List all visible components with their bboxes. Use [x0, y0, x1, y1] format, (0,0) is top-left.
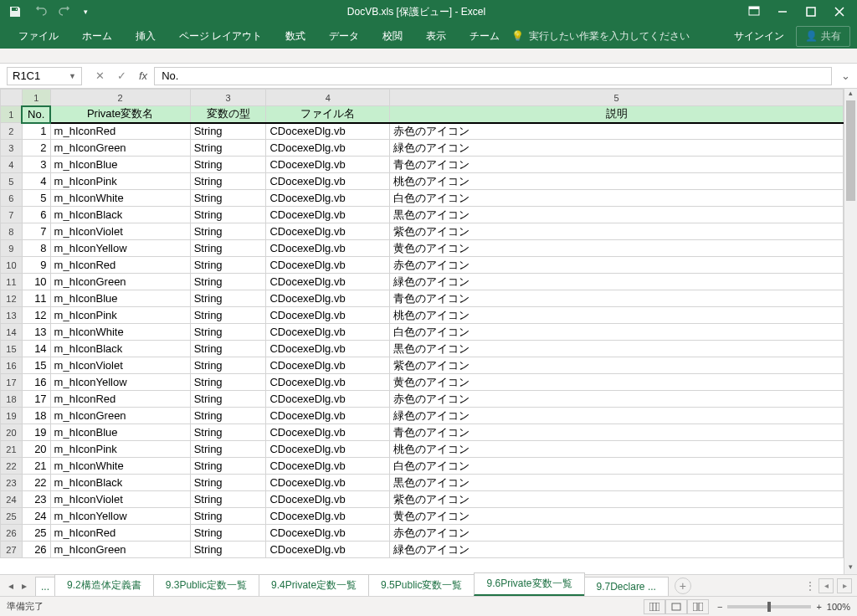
cell[interactable]: 16: [22, 374, 50, 391]
col-header[interactable]: 5: [390, 90, 844, 106]
cell[interactable]: 赤色のアイコン: [390, 257, 844, 274]
column-title-cell[interactable]: 説明: [390, 106, 844, 123]
tab-nav-prev-icon[interactable]: ◂: [5, 580, 17, 592]
cell[interactable]: 紫色のアイコン: [390, 223, 844, 240]
sheet-tab[interactable]: 9.3Public定数一覧: [153, 574, 259, 596]
cell[interactable]: 12: [22, 307, 50, 324]
row-header[interactable]: 17: [1, 374, 23, 391]
cell[interactable]: 3: [22, 157, 50, 173]
row-header[interactable]: 24: [1, 491, 23, 508]
cell[interactable]: m_hIconYellow: [50, 374, 190, 391]
hscroll-right-icon[interactable]: ▸: [837, 578, 852, 593]
cell[interactable]: String: [190, 475, 266, 491]
row-header[interactable]: 20: [1, 424, 23, 441]
formula-input[interactable]: No.: [154, 67, 832, 85]
cell[interactable]: 11: [22, 290, 50, 307]
cell[interactable]: 黄色のアイコン: [390, 240, 844, 257]
cell[interactable]: 13: [22, 324, 50, 341]
ribbon-tab-1[interactable]: ホーム: [70, 23, 124, 49]
cell[interactable]: 9: [22, 257, 50, 274]
cell[interactable]: m_hIconGreen: [50, 140, 190, 157]
cell[interactable]: m_hIconWhite: [50, 190, 190, 207]
cell[interactable]: 2: [22, 140, 50, 157]
ribbon-tab-4[interactable]: 数式: [274, 23, 317, 49]
cell[interactable]: CDocexeDlg.vb: [266, 408, 390, 424]
cell[interactable]: m_hIconBlack: [50, 207, 190, 223]
share-button[interactable]: 👤 共有: [796, 26, 850, 47]
col-header[interactable]: 4: [266, 90, 390, 106]
cell[interactable]: String: [190, 508, 266, 525]
row-header[interactable]: 18: [1, 391, 23, 408]
cell[interactable]: String: [190, 391, 266, 408]
cell[interactable]: 青色のアイコン: [390, 157, 844, 173]
ribbon-tab-3[interactable]: ページ レイアウト: [167, 23, 274, 49]
cell[interactable]: m_hIconYellow: [50, 508, 190, 525]
maximize-icon[interactable]: [800, 1, 822, 23]
redo-icon[interactable]: [59, 5, 72, 18]
tell-me[interactable]: 💡 実行したい作業を入力してください: [511, 29, 690, 44]
cell[interactable]: String: [190, 525, 266, 542]
cell[interactable]: m_hIconBlue: [50, 424, 190, 441]
cell[interactable]: CDocexeDlg.vb: [266, 391, 390, 408]
row-header[interactable]: 19: [1, 408, 23, 424]
row-header[interactable]: 1: [1, 106, 23, 123]
new-sheet-button[interactable]: +: [675, 578, 691, 594]
cell[interactable]: String: [190, 207, 266, 223]
row-header[interactable]: 5: [1, 173, 23, 190]
cell[interactable]: CDocexeDlg.vb: [266, 223, 390, 240]
cell[interactable]: m_hIconRed: [50, 257, 190, 274]
row-header[interactable]: 16: [1, 357, 23, 374]
cell[interactable]: 赤色のアイコン: [390, 391, 844, 408]
cell[interactable]: CDocexeDlg.vb: [266, 123, 390, 140]
cell[interactable]: String: [190, 274, 266, 290]
cell[interactable]: 黒色のアイコン: [390, 475, 844, 491]
cell[interactable]: String: [190, 173, 266, 190]
cell[interactable]: String: [190, 190, 266, 207]
scroll-down-icon[interactable]: ▾: [844, 562, 857, 574]
row-header[interactable]: 4: [1, 157, 23, 173]
cell[interactable]: 白色のアイコン: [390, 458, 844, 475]
cell[interactable]: 緑色のアイコン: [390, 408, 844, 424]
cell[interactable]: String: [190, 374, 266, 391]
sheet-tab[interactable]: 9.7Declare ...: [584, 577, 669, 596]
cell[interactable]: String: [190, 441, 266, 458]
cell[interactable]: m_hIconViolet: [50, 357, 190, 374]
view-page-break-icon[interactable]: [687, 599, 709, 614]
cell[interactable]: CDocexeDlg.vb: [266, 357, 390, 374]
zoom-slider[interactable]: [727, 605, 811, 608]
qat-customize-icon[interactable]: ▾: [84, 8, 88, 16]
name-box[interactable]: R1C1 ▼: [7, 67, 82, 85]
cell[interactable]: String: [190, 307, 266, 324]
column-title-cell[interactable]: 変数の型: [190, 106, 266, 123]
cell[interactable]: CDocexeDlg.vb: [266, 341, 390, 357]
cell[interactable]: String: [190, 223, 266, 240]
cell[interactable]: String: [190, 240, 266, 257]
col-header[interactable]: 3: [190, 90, 266, 106]
cell[interactable]: 白色のアイコン: [390, 190, 844, 207]
cell[interactable]: String: [190, 408, 266, 424]
cell[interactable]: CDocexeDlg.vb: [266, 374, 390, 391]
cell[interactable]: CDocexeDlg.vb: [266, 324, 390, 341]
cell[interactable]: 緑色のアイコン: [390, 274, 844, 290]
cell[interactable]: CDocexeDlg.vb: [266, 307, 390, 324]
select-all-corner[interactable]: [1, 90, 23, 106]
cell[interactable]: m_hIconWhite: [50, 324, 190, 341]
cell[interactable]: m_hIconYellow: [50, 240, 190, 257]
cell[interactable]: 21: [22, 458, 50, 475]
row-header[interactable]: 8: [1, 223, 23, 240]
cell[interactable]: 6: [22, 207, 50, 223]
cell[interactable]: 17: [22, 391, 50, 408]
cell[interactable]: CDocexeDlg.vb: [266, 157, 390, 173]
ribbon-tab-2[interactable]: 挿入: [124, 23, 167, 49]
cell[interactable]: String: [190, 491, 266, 508]
cell[interactable]: String: [190, 324, 266, 341]
cell[interactable]: String: [190, 140, 266, 157]
cell[interactable]: 桃色のアイコン: [390, 307, 844, 324]
cell[interactable]: CDocexeDlg.vb: [266, 458, 390, 475]
cell[interactable]: CDocexeDlg.vb: [266, 441, 390, 458]
cell[interactable]: String: [190, 424, 266, 441]
row-header[interactable]: 9: [1, 240, 23, 257]
cell[interactable]: 18: [22, 408, 50, 424]
zoom-in-button[interactable]: +: [816, 602, 821, 612]
cell[interactable]: String: [190, 341, 266, 357]
